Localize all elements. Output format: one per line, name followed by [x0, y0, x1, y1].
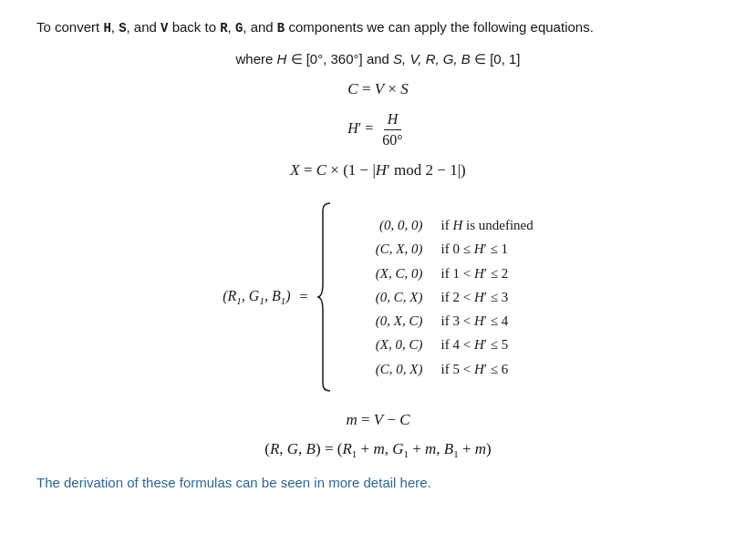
pw-value-2: (X, C, 0): [341, 263, 423, 284]
fraction-H-60: H 60°: [378, 111, 406, 149]
equation-final: (R, G, B) = (R1 + m, G1 + m, B1 + m): [36, 440, 720, 459]
pw-value-3: (0, C, X): [341, 287, 423, 308]
piecewise-row-2: (X, C, 0) if 1 < H′ ≤ 2: [341, 263, 533, 284]
derivation-link[interactable]: here.: [400, 475, 431, 490]
pw-cond-0: if H is undefined: [441, 215, 533, 236]
pw-value-5: (X, 0, C): [341, 334, 423, 355]
pw-value-0: (0, 0, 0): [341, 215, 423, 236]
piecewise-equals: =: [300, 289, 308, 305]
brace-section: (0, 0, 0) if H is undefined (C, X, 0) if…: [316, 201, 533, 393]
pw-cond-2: if 1 < H′ ≤ 2: [441, 263, 509, 284]
fraction-numerator: H: [384, 111, 402, 130]
piecewise-equation: (R1, G1, B1) = (0, 0, 0) if H is undefin…: [223, 201, 533, 393]
var-R: R: [220, 21, 227, 36]
piecewise-row-4: (0, X, C) if 3 < H′ ≤ 4: [341, 311, 533, 332]
var-S: S: [119, 21, 126, 36]
piecewise-row-3: (0, C, X) if 2 < H′ ≤ 3: [341, 287, 533, 308]
pw-cond-1: if 0 ≤ H′ ≤ 1: [441, 239, 509, 260]
pw-cond-4: if 3 < H′ ≤ 4: [441, 311, 509, 332]
piecewise-rows: (0, 0, 0) if H is undefined (C, X, 0) if…: [341, 215, 533, 380]
pw-value-6: (C, 0, X): [341, 359, 423, 380]
pw-cond-6: if 5 < H′ ≤ 6: [441, 359, 509, 380]
fraction-denominator: 60°: [378, 130, 406, 149]
derivation-line: The derivation of these formulas can be …: [36, 475, 720, 490]
var-H: H: [103, 21, 110, 36]
piecewise-row-0: (0, 0, 0) if H is undefined: [341, 215, 533, 236]
piecewise-row-1: (C, X, 0) if 0 ≤ H′ ≤ 1: [341, 239, 533, 260]
piecewise-row-5: (X, 0, C) if 4 < H′ ≤ 5: [341, 334, 533, 355]
var-G: G: [235, 21, 243, 36]
equation-m: m = V − C: [36, 411, 720, 429]
pw-value-1: (C, X, 0): [341, 239, 423, 260]
equation-X: X = C × (1 − |H′ mod 2 − 1|): [36, 161, 720, 180]
intro-paragraph: To convert H, S, and V back to R, G, and…: [36, 16, 720, 38]
pw-value-4: (0, X, C): [341, 311, 423, 332]
var-V: V: [161, 21, 168, 36]
left-brace: [316, 201, 334, 393]
pw-cond-3: if 2 < H′ ≤ 3: [441, 287, 509, 308]
equation-C: C = V × S: [36, 80, 720, 98]
piecewise-lhs: (R1, G1, B1): [223, 288, 290, 306]
var-B: B: [277, 21, 285, 36]
piecewise-row-6: (C, 0, X) if 5 < H′ ≤ 6: [341, 359, 533, 380]
equation-H-prime: H′ = H 60°: [36, 111, 720, 149]
where-line: where H ∈ [0°, 360°] and S, V, R, G, B ∈…: [36, 51, 720, 67]
pw-cond-5: if 4 < H′ ≤ 5: [441, 334, 509, 355]
derivation-text: The derivation of these formulas can be …: [36, 475, 400, 490]
